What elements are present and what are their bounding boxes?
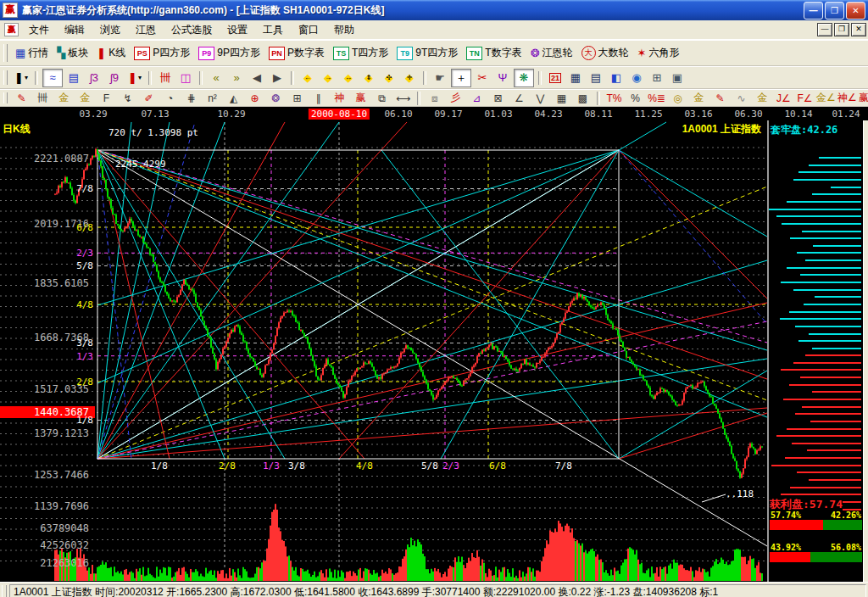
tool-t-square[interactable]: TST四方形 bbox=[329, 44, 392, 62]
tool-zoom-all[interactable]: ◆✣ bbox=[380, 70, 398, 86]
tool-angle-gauge[interactable]: ◭ bbox=[224, 91, 243, 105]
restore-button[interactable]: ❐ bbox=[825, 2, 844, 20]
tool-p-number-table[interactable]: PNP数字表 bbox=[264, 44, 329, 62]
tool-percent[interactable]: % bbox=[626, 91, 645, 105]
tool-span-arrow[interactable]: ⟷ bbox=[393, 91, 413, 105]
tool-box-grid[interactable]: ⧈ bbox=[425, 91, 444, 105]
tool-percent-lines[interactable]: %≣ bbox=[647, 91, 666, 105]
tool-print[interactable]: ▣ bbox=[668, 70, 687, 86]
tool-big-number-wheel[interactable]: 大大数轮 bbox=[577, 44, 633, 62]
tool-pattern-overlay[interactable]: 卌 bbox=[156, 70, 175, 86]
tool-chart-style-selector[interactable]: ❚▾ bbox=[12, 70, 31, 86]
price-axis-label: 1253.7466 bbox=[34, 469, 89, 481]
tool-gold-lines[interactable]: 金 bbox=[689, 91, 709, 105]
chart-canvas[interactable]: 2221.08872019.17161835.61051668.73681517… bbox=[0, 120, 767, 582]
tool-gann-wheel[interactable]: ❂江恩轮 bbox=[526, 44, 577, 62]
tool-gold-lines-2[interactable]: 金 bbox=[753, 91, 772, 105]
tool-shen-angle[interactable]: 神∠ bbox=[837, 91, 857, 105]
tool-wheel-tool[interactable]: ❋ bbox=[514, 69, 534, 87]
tool-web-export[interactable]: ◉ bbox=[627, 70, 646, 86]
tool-grid-123[interactable]: ⧉ bbox=[372, 91, 392, 105]
tool-brush[interactable]: ✎ bbox=[12, 91, 31, 105]
menu-item-5[interactable]: 设置 bbox=[220, 21, 255, 39]
date-label: 08.11 bbox=[584, 109, 612, 120]
tool-zoom-left[interactable]: ◆← bbox=[298, 70, 317, 86]
tool-spiral-tool[interactable]: ↯ bbox=[118, 91, 137, 105]
tool-grid-a[interactable]: ▦ bbox=[552, 91, 571, 105]
tool-zoom-reset[interactable]: ◆✛ bbox=[400, 70, 419, 86]
tool-fan-red[interactable]: 彡 bbox=[446, 91, 465, 105]
tool-next-bar[interactable]: ▶ bbox=[268, 70, 287, 86]
tool-gold-angle[interactable]: 金∠ bbox=[816, 91, 836, 105]
tool-9p-square[interactable]: P99P四方形 bbox=[194, 44, 264, 62]
menu-item-1[interactable]: 编辑 bbox=[57, 21, 92, 39]
tool-copy-add[interactable]: ⊞ bbox=[648, 70, 666, 86]
tool-zoom-v[interactable]: ◆⇕ bbox=[359, 70, 378, 86]
tool-fine-ruler[interactable]: ⋕ bbox=[181, 91, 201, 105]
tool-wave-a[interactable]: ∿ bbox=[732, 91, 751, 105]
tool-gold-ruler-2[interactable]: 金 bbox=[75, 91, 95, 105]
tool-minute-chart-3[interactable]: ʃ3 bbox=[85, 70, 103, 86]
tool-grid-target[interactable]: ⊞ bbox=[287, 91, 307, 105]
tool-minute-chart-9[interactable]: ʃ9 bbox=[105, 70, 124, 86]
tool-trend-curve[interactable]: ≈ bbox=[42, 69, 63, 87]
tool-grid-b[interactable]: ▩ bbox=[573, 91, 593, 105]
tool-hexagon[interactable]: ✶六角形 bbox=[633, 44, 684, 62]
tool-zoom-right[interactable]: ◆→ bbox=[319, 70, 337, 86]
minimize-button[interactable]: — bbox=[804, 2, 823, 20]
tool-t-number-table[interactable]: TNT数字表 bbox=[462, 44, 526, 62]
tool-fan-box-dark[interactable]: ⊠ bbox=[488, 91, 508, 105]
tool-notes[interactable]: ▤ bbox=[587, 70, 605, 86]
tool-percent-t[interactable]: T% bbox=[604, 91, 624, 105]
tool-gold-circle[interactable]: ◎ bbox=[668, 91, 687, 105]
menu-item-6[interactable]: 工具 bbox=[255, 21, 291, 39]
menu-item-4[interactable]: 公式选股 bbox=[164, 21, 220, 39]
tool-save[interactable]: ◧ bbox=[607, 70, 626, 86]
tool-n-square[interactable]: n² bbox=[203, 91, 222, 105]
tool-time-ruler[interactable]: 卌 bbox=[33, 91, 53, 105]
tool-sectors[interactable]: ▚板块 bbox=[53, 44, 92, 62]
close-button[interactable]: ✕ bbox=[846, 2, 865, 20]
tool-v-lines[interactable]: ⋁ bbox=[531, 91, 550, 105]
tool-time-clock[interactable]: ◔ bbox=[160, 91, 180, 105]
tool-calculator[interactable]: ▦ bbox=[566, 70, 585, 86]
menu-item-7[interactable]: 窗口 bbox=[291, 21, 326, 39]
tool-shen-ruler[interactable]: 神 bbox=[330, 91, 349, 105]
mdi-close-button[interactable]: ✕ bbox=[851, 23, 866, 36]
tool-angle-lines[interactable]: ∠ bbox=[509, 91, 529, 105]
tool-gann-tool-purple[interactable]: Ψ bbox=[493, 70, 512, 86]
tool-measure-tool[interactable]: ✂ bbox=[473, 70, 492, 86]
tool-f-ruler[interactable]: F bbox=[97, 91, 116, 105]
menu-item-3[interactable]: 江恩 bbox=[128, 21, 164, 39]
tool-quotes[interactable]: ▦行情 bbox=[11, 44, 53, 62]
tool-drag-hand[interactable]: ☛ bbox=[431, 70, 449, 86]
mdi-minimize-button[interactable]: — bbox=[817, 23, 832, 36]
tool-marker-pen[interactable]: ✐ bbox=[139, 91, 159, 105]
tool-star-wheel[interactable]: ❂ bbox=[266, 91, 286, 105]
tool-target-cross[interactable]: ⊕ bbox=[245, 91, 264, 105]
tool-kline[interactable]: ❚K线 bbox=[92, 44, 130, 62]
tool-calendar[interactable]: 21 bbox=[546, 70, 565, 86]
tool-prev-bar[interactable]: ◀ bbox=[248, 70, 266, 86]
menu-item-8[interactable]: 帮助 bbox=[326, 21, 362, 39]
mdi-restore-button[interactable]: ❐ bbox=[834, 23, 849, 36]
tool-f-angle[interactable]: F∠ bbox=[795, 91, 815, 105]
tool-last-page[interactable]: » bbox=[227, 70, 246, 86]
tool-ying-angle[interactable]: 赢∠ bbox=[859, 91, 868, 105]
tool-k-quote[interactable]: ∥ bbox=[309, 91, 328, 105]
tool-crosshair[interactable]: ＋ bbox=[451, 69, 471, 87]
menu-item-2[interactable]: 浏览 bbox=[92, 21, 128, 39]
tool-first-page[interactable]: « bbox=[207, 70, 225, 86]
tool-fan-box-purple[interactable]: ⊿ bbox=[467, 91, 487, 105]
tool-9t-square[interactable]: T99T四方形 bbox=[392, 44, 462, 62]
menu-item-0[interactable]: 文件 bbox=[21, 21, 57, 39]
tool-color-histogram[interactable]: ◫ bbox=[176, 70, 195, 86]
tool-zoom-h[interactable]: ◆↔ bbox=[339, 70, 358, 86]
tool-j-angle[interactable]: J∠ bbox=[774, 91, 793, 105]
tool-gold-ruler-1[interactable]: 金 bbox=[54, 91, 74, 105]
tool-quote-sheet[interactable]: ▤ bbox=[64, 70, 83, 86]
tool-candle-pen[interactable]: ✎ bbox=[710, 91, 730, 105]
tool-candle-small[interactable]: ❚▾ bbox=[125, 70, 144, 86]
tool-ying-ruler[interactable]: 赢 bbox=[351, 91, 370, 105]
tool-p-square[interactable]: PSP四方形 bbox=[130, 44, 194, 62]
